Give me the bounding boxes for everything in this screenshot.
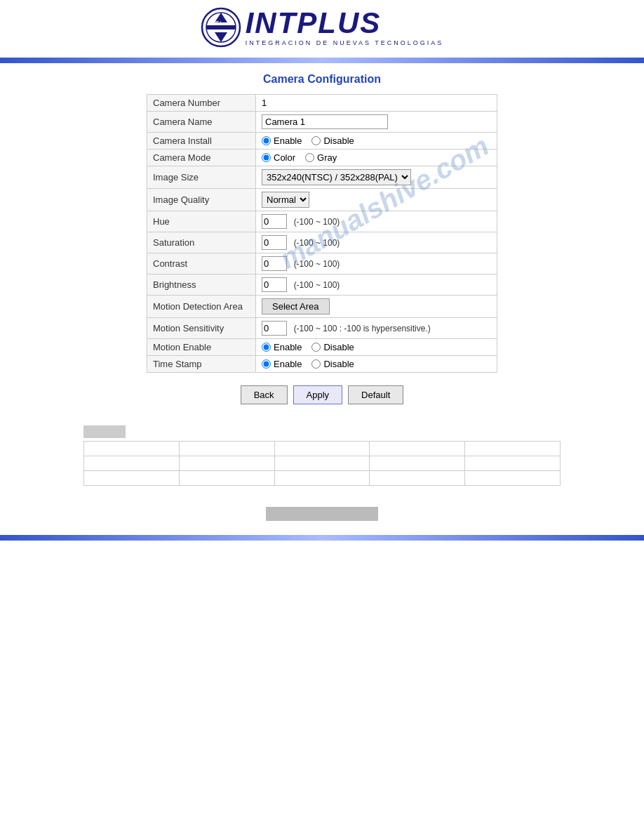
contrast-cell: (-100 ~ 100) xyxy=(256,253,497,274)
brightness-label: Brightness xyxy=(147,274,256,296)
logo-text-block: INTPLUS INTEGRACION DE NUEVAS TECNOLOGIA… xyxy=(246,8,444,46)
camera-name-input[interactable] xyxy=(262,114,388,129)
motion-detection-area-cell: Select Area xyxy=(256,296,497,318)
row-camera-name: Camera Name xyxy=(147,112,497,133)
logo-intplus-text: INTPLUS xyxy=(246,8,382,38)
lower-table-row-2 xyxy=(84,456,561,471)
default-button[interactable]: Default xyxy=(348,385,403,404)
camera-mode-group: Color Gray xyxy=(262,152,491,163)
saturation-hint: (-100 ~ 100) xyxy=(294,238,340,248)
row-camera-mode: Camera Mode Color Gray xyxy=(147,150,497,166)
lower-cell xyxy=(370,442,465,456)
lower-table-row-3 xyxy=(84,471,561,486)
brightness-input[interactable] xyxy=(262,277,287,292)
select-area-button[interactable]: Select Area xyxy=(262,298,330,315)
apply-button[interactable]: Apply xyxy=(293,385,343,404)
time-stamp-disable-radio[interactable] xyxy=(311,359,321,369)
camera-install-label: Camera Install xyxy=(147,133,256,150)
camera-number-label: Camera Number xyxy=(147,95,256,112)
top-blue-bar xyxy=(0,58,644,63)
row-image-quality: Image Quality Normal High Low xyxy=(147,189,497,211)
lower-cell xyxy=(465,442,561,456)
camera-mode-color-text: Color xyxy=(274,152,295,163)
lower-table-row-1 xyxy=(84,442,561,456)
motion-enable-enable-text: Enable xyxy=(274,342,302,352)
camera-number-value: 1 xyxy=(256,95,497,112)
camera-install-cell: Enable Disable xyxy=(256,133,497,150)
row-motion-enable: Motion Enable Enable Disable xyxy=(147,339,497,356)
time-stamp-disable-text: Disable xyxy=(323,359,354,369)
camera-install-enable-text: Enable xyxy=(274,135,302,146)
camera-mode-label: Camera Mode xyxy=(147,150,256,166)
contrast-label: Contrast xyxy=(147,253,256,274)
motion-enable-label: Motion Enable xyxy=(147,339,256,356)
logo-icon: INF+ xyxy=(201,7,241,48)
image-quality-select[interactable]: Normal High Low xyxy=(262,192,309,208)
motion-sensitivity-label: Motion Sensitivity xyxy=(147,318,256,339)
lower-cell xyxy=(274,471,370,486)
lower-cell xyxy=(274,456,370,471)
camera-install-disable-label[interactable]: Disable xyxy=(311,135,354,146)
motion-enable-enable-label[interactable]: Enable xyxy=(262,342,302,352)
logo: INF+ INTPLUS INTEGRACION DE NUEVAS TECNO… xyxy=(201,7,444,48)
time-stamp-cell: Enable Disable xyxy=(256,356,497,373)
camera-install-enable-label[interactable]: Enable xyxy=(262,135,302,146)
bottom-blue-bar xyxy=(0,535,644,541)
lower-cell xyxy=(84,471,180,486)
image-size-select[interactable]: 352x240(NTSC) / 352x288(PAL) 704x480(NTS… xyxy=(262,169,411,185)
row-brightness: Brightness (-100 ~ 100) xyxy=(147,274,497,296)
image-size-label: Image Size xyxy=(147,166,256,189)
motion-enable-disable-radio[interactable] xyxy=(311,343,321,352)
lower-cell xyxy=(179,456,274,471)
row-motion-detection-area: Motion Detection Area Select Area xyxy=(147,296,497,318)
time-stamp-group: Enable Disable xyxy=(262,359,491,369)
time-stamp-disable-label[interactable]: Disable xyxy=(311,359,354,369)
camera-install-disable-radio[interactable] xyxy=(311,136,321,145)
motion-enable-cell: Enable Disable xyxy=(256,339,497,356)
lower-cell xyxy=(84,456,180,471)
hue-cell: (-100 ~ 100) xyxy=(256,211,497,232)
bottom-label-area xyxy=(0,507,644,521)
time-stamp-enable-label[interactable]: Enable xyxy=(262,359,302,369)
time-stamp-enable-radio[interactable] xyxy=(262,359,271,369)
svg-rect-4 xyxy=(206,25,236,29)
time-stamp-enable-text: Enable xyxy=(274,359,302,369)
svg-text:INF+: INF+ xyxy=(211,20,222,25)
lower-cell xyxy=(370,456,465,471)
camera-mode-gray-radio[interactable] xyxy=(305,153,314,162)
motion-enable-disable-label[interactable]: Disable xyxy=(311,342,354,352)
row-camera-install: Camera Install Enable Disable xyxy=(147,133,497,150)
hue-label: Hue xyxy=(147,211,256,232)
saturation-input[interactable] xyxy=(262,235,287,250)
image-quality-label: Image Quality xyxy=(147,189,256,211)
camera-mode-gray-label[interactable]: Gray xyxy=(305,152,337,163)
lower-cell xyxy=(370,471,465,486)
camera-mode-color-label[interactable]: Color xyxy=(262,152,295,163)
lower-cell xyxy=(465,471,561,486)
motion-sensitivity-cell: (-100 ~ 100 : -100 is hypersensitive.) xyxy=(256,318,497,339)
row-saturation: Saturation (-100 ~ 100) xyxy=(147,232,497,253)
hue-input[interactable] xyxy=(262,214,287,229)
image-size-cell: 352x240(NTSC) / 352x288(PAL) 704x480(NTS… xyxy=(256,166,497,189)
lower-label xyxy=(83,425,126,438)
camera-install-group: Enable Disable xyxy=(262,135,491,146)
svg-marker-3 xyxy=(215,32,227,42)
row-time-stamp: Time Stamp Enable Disable xyxy=(147,356,497,373)
contrast-hint: (-100 ~ 100) xyxy=(294,259,340,269)
contrast-input[interactable] xyxy=(262,256,287,271)
lower-cell xyxy=(84,442,180,456)
camera-name-label: Camera Name xyxy=(147,112,256,133)
camera-mode-color-radio[interactable] xyxy=(262,153,271,162)
motion-enable-disable-text: Disable xyxy=(323,342,354,352)
motion-detection-area-label: Motion Detection Area xyxy=(147,296,256,318)
motion-enable-group: Enable Disable xyxy=(262,342,491,352)
motion-enable-enable-radio[interactable] xyxy=(262,343,271,352)
camera-install-enable-radio[interactable] xyxy=(262,136,271,145)
back-button[interactable]: Back xyxy=(241,385,288,404)
lower-table xyxy=(83,441,561,486)
lower-cell xyxy=(179,442,274,456)
saturation-label: Saturation xyxy=(147,232,256,253)
lower-cell xyxy=(179,471,274,486)
motion-sensitivity-input[interactable] xyxy=(262,321,287,336)
motion-sensitivity-hint: (-100 ~ 100 : -100 is hypersensitive.) xyxy=(294,324,431,333)
